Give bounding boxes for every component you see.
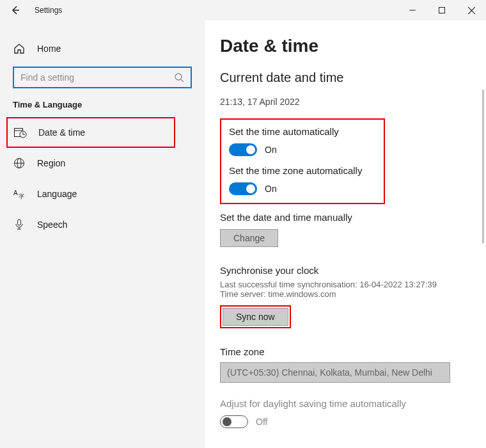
sync-server: Time server: time.windows.com (220, 289, 486, 299)
change-button[interactable]: Change (220, 229, 278, 247)
svg-line-6 (181, 79, 184, 82)
minimize-icon (409, 7, 416, 13)
sync-heading: Synchronise your clock (220, 265, 486, 276)
sync-last: Last successful time synchronisation: 16… (220, 280, 486, 289)
dst-label: Adjust for daylight saving time automati… (220, 398, 486, 409)
page-title: Date & time (220, 36, 486, 56)
svg-text:A: A (13, 189, 18, 196)
sync-now-highlight: Sync now (220, 305, 291, 328)
language-icon: A字 (12, 188, 27, 200)
home-nav[interactable]: Home (6, 36, 198, 61)
svg-point-5 (175, 74, 182, 80)
auto-time-state: On (265, 145, 277, 155)
timezone-heading: Time zone (220, 346, 486, 357)
svg-text:字: 字 (19, 193, 24, 200)
sidebar-item-label: Region (37, 158, 65, 168)
sidebar-item-label: Date & time (38, 127, 85, 138)
search-input[interactable] (20, 72, 174, 83)
sidebar: Home Time & Language Date & time Region (0, 20, 205, 448)
sidebar-item-label: Language (37, 189, 77, 199)
sidebar-item-label: Speech (37, 220, 67, 230)
manual-label: Set the date and time manually (220, 212, 486, 223)
back-arrow-icon (10, 5, 20, 15)
auto-tz-label: Set the time zone automatically (229, 165, 376, 176)
titlebar: Settings (0, 0, 486, 20)
search-icon (174, 72, 184, 83)
dst-state: Off (256, 417, 267, 427)
section-title: Time & Language (6, 100, 198, 117)
auto-time-label: Set the time automatically (229, 126, 376, 137)
window-title: Settings (31, 6, 62, 15)
close-icon (468, 7, 475, 14)
sidebar-item-language[interactable]: A字 Language (6, 179, 198, 209)
home-label: Home (37, 44, 61, 54)
sidebar-item-region[interactable]: Region (6, 148, 198, 179)
maximize-button[interactable] (427, 0, 457, 20)
sync-now-button[interactable]: Sync now (223, 308, 288, 326)
auto-time-toggle[interactable] (229, 143, 257, 156)
maximize-icon (439, 7, 445, 13)
svg-rect-17 (18, 220, 21, 225)
close-button[interactable] (457, 0, 486, 20)
globe-icon (12, 157, 27, 169)
main-panel: Date & time Current date and time 21:13,… (205, 20, 486, 448)
home-icon (12, 43, 27, 54)
microphone-icon (12, 219, 27, 230)
minimize-button[interactable] (398, 0, 427, 20)
current-datetime: 21:13, 17 April 2022 (220, 97, 486, 107)
auto-tz-state: On (265, 184, 277, 194)
sidebar-item-speech[interactable]: Speech (6, 209, 198, 240)
sidebar-item-date-time[interactable]: Date & time (6, 117, 175, 148)
scrollbar-thumb[interactable] (482, 90, 484, 243)
current-heading: Current date and time (220, 70, 486, 85)
auto-settings-group: Set the time automatically On Set the ti… (220, 118, 385, 204)
dst-toggle (220, 415, 248, 428)
calendar-clock-icon (13, 127, 28, 138)
timezone-select[interactable]: (UTC+05:30) Chennai, Kolkata, Mumbai, Ne… (220, 362, 450, 383)
back-button[interactable] (0, 5, 31, 15)
search-input-wrap[interactable] (13, 67, 192, 88)
auto-tz-toggle[interactable] (229, 182, 257, 195)
svg-rect-2 (439, 8, 445, 13)
